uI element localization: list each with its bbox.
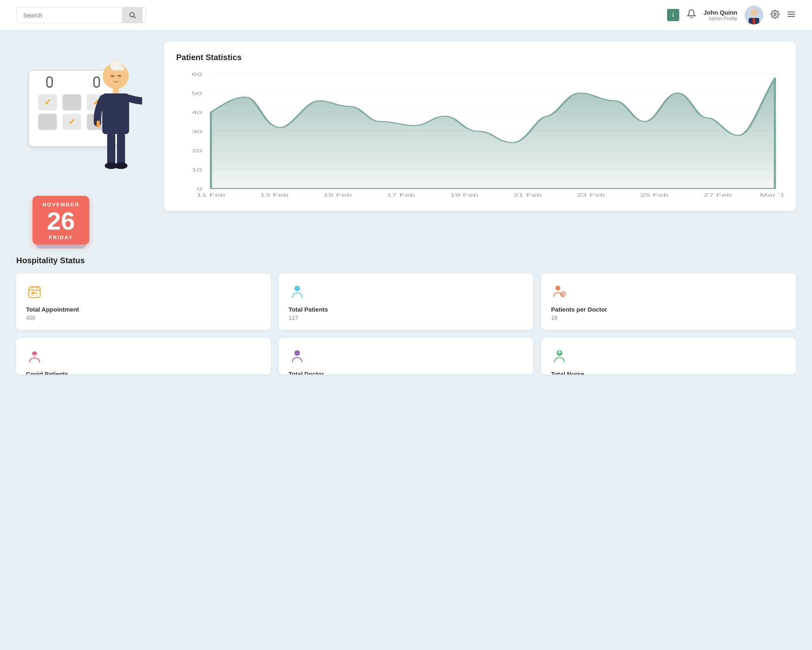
stat-cards-row-1: Total Appointment 400 Total Patients 117 — [16, 273, 796, 330]
svg-text:40: 40 — [192, 110, 202, 115]
doctor-icon — [551, 283, 568, 300]
chart-panel: Patient Statistics 60 50 40 30 20 10 0 — [164, 41, 796, 211]
svg-text:50: 50 — [192, 91, 202, 96]
user-name: John Quinn — [704, 9, 737, 16]
svg-text:60: 60 — [192, 72, 202, 77]
patients-label: Total Patients — [289, 306, 524, 313]
date-shadow — [36, 241, 86, 249]
svg-point-60 — [294, 286, 300, 291]
svg-text:Mar '17: Mar '17 — [760, 193, 784, 197]
svg-text:20: 20 — [192, 148, 202, 154]
svg-text:19 Feb: 19 Feb — [450, 193, 479, 197]
stat-card-patients[interactable]: Total Patients 117 — [279, 273, 533, 330]
cal-cell-1: ✓ — [38, 94, 57, 110]
svg-point-7 — [774, 13, 776, 15]
cal-cell-4 — [38, 114, 57, 130]
appointment-icon — [26, 283, 43, 300]
total-nurse-label: Total Nurse — [551, 370, 786, 375]
ring-left — [46, 76, 53, 88]
svg-text:13 Feb: 13 Feb — [260, 193, 289, 197]
avatar — [745, 6, 763, 24]
stat-cards-row-2: Covid Patients Total Doctor — [16, 338, 796, 375]
patients-value: 117 — [289, 314, 524, 321]
svg-rect-69 — [295, 351, 300, 353]
svg-text:0: 0 — [197, 186, 202, 192]
total-nurse-icon — [551, 348, 568, 365]
header: i John Quinn Admin Profile — [0, 0, 812, 30]
svg-rect-22 — [117, 133, 125, 165]
total-doctor-icon — [289, 348, 306, 365]
svg-point-13 — [118, 66, 124, 71]
gear-icon[interactable] — [771, 10, 780, 21]
covid-label: Covid Patients — [26, 370, 261, 375]
svg-point-5 — [751, 10, 757, 15]
svg-text:25 Feb: 25 Feb — [640, 193, 669, 197]
per-doctor-label: Patients per Doctor — [551, 306, 786, 313]
search-icon — [129, 11, 136, 19]
cal-cell-2 — [63, 94, 81, 110]
appointment-label: Total Appointment — [26, 306, 261, 313]
search-input[interactable] — [17, 8, 122, 23]
svg-rect-18 — [113, 88, 119, 94]
main-content: ✓ ✓ ✓ — [0, 30, 812, 256]
svg-text:23 Feb: 23 Feb — [577, 193, 605, 197]
svg-line-1 — [134, 16, 135, 18]
user-info: John Quinn Admin Profile — [704, 9, 737, 22]
illustration: ✓ ✓ ✓ — [20, 50, 150, 245]
stat-card-per-doctor[interactable]: Patients per Doctor 16 — [541, 273, 796, 330]
stat-card-total-doctor[interactable]: Total Doctor — [279, 338, 533, 375]
chart-title: Patient Statistics — [176, 53, 784, 62]
svg-text:10: 10 — [192, 167, 202, 173]
svg-rect-6 — [753, 18, 755, 24]
date-badge: NOVEMBER 26 FRIDAY — [32, 196, 89, 245]
date-day: 26 — [32, 208, 89, 234]
user-role: Admin Profile — [708, 16, 737, 22]
search-container — [16, 7, 146, 23]
svg-rect-57 — [35, 295, 38, 296]
patient-statistics-chart: 60 50 40 30 20 10 0 — [176, 72, 784, 202]
stat-card-total-nurse[interactable]: Total Nurse — [541, 338, 796, 375]
section-title: Hospitality Status — [16, 256, 796, 265]
svg-text:21 Feb: 21 Feb — [514, 193, 542, 197]
stat-card-appointment[interactable]: Total Appointment 400 — [16, 273, 271, 330]
stat-card-covid[interactable]: Covid Patients — [16, 338, 271, 375]
svg-rect-21 — [107, 133, 115, 165]
appointment-value: 400 — [26, 314, 261, 321]
total-doctor-label: Total Doctor — [289, 370, 524, 375]
svg-text:27 Feb: 27 Feb — [704, 193, 732, 197]
cal-cell-5: ✓ — [63, 114, 81, 130]
svg-text:30: 30 — [192, 129, 202, 134]
svg-point-24 — [114, 162, 127, 169]
date-weekday: FRIDAY — [32, 234, 89, 240]
covid-icon — [26, 348, 43, 365]
svg-rect-56 — [31, 295, 34, 296]
svg-text:11 Feb: 11 Feb — [197, 193, 225, 197]
svg-text:15 Feb: 15 Feb — [324, 193, 352, 197]
search-button[interactable] — [122, 7, 143, 23]
bell-icon[interactable] — [687, 9, 696, 21]
svg-point-61 — [555, 286, 560, 290]
svg-rect-25 — [97, 121, 100, 127]
chart-area: 60 50 40 30 20 10 0 — [176, 72, 784, 202]
info-button[interactable]: i — [667, 9, 679, 21]
left-panel: ✓ ✓ ✓ — [16, 41, 154, 245]
menu-icon[interactable] — [787, 10, 796, 21]
patients-icon — [289, 283, 306, 300]
character-figure — [89, 58, 142, 180]
hospitality-section: Hospitality Status Total Appointmen — [0, 256, 812, 399]
svg-text:17 Feb: 17 Feb — [387, 193, 415, 197]
header-right: i John Quinn Admin Profile — [667, 6, 796, 24]
per-doctor-value: 16 — [551, 314, 786, 321]
